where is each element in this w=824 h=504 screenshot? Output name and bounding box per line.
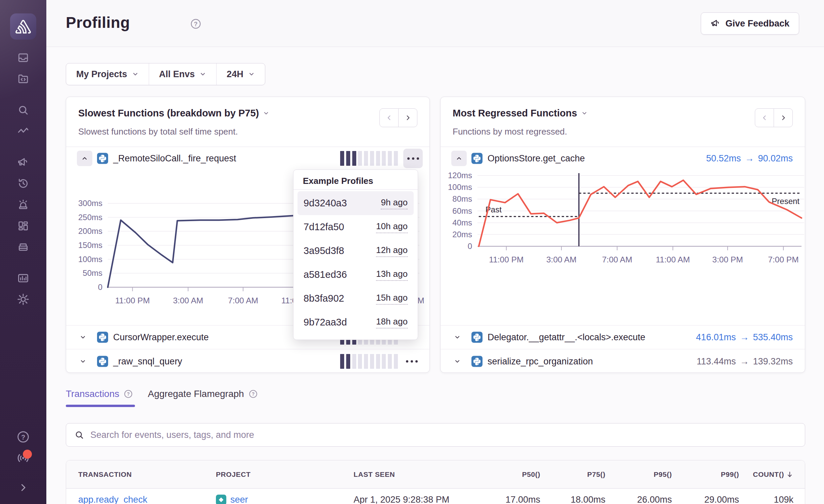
transactions-table: TRANSACTION PROJECT LAST SEEN P50() P75(… — [66, 460, 805, 504]
table-row[interactable]: app.ready_check seer Apr 1, 2025 9:28:38… — [66, 489, 805, 504]
function-name[interactable]: OptionsStore.get_cache — [488, 153, 585, 164]
col-p50[interactable]: P50() — [485, 470, 540, 478]
collapse-row-button[interactable] — [77, 151, 92, 166]
tab-transactions[interactable]: Transactions ? — [66, 389, 133, 399]
sidebar-item-feedback[interactable] — [0, 152, 46, 173]
sidebar-item-insights[interactable] — [0, 120, 46, 142]
sidebar-item-stats[interactable] — [0, 267, 46, 289]
profile-age[interactable]: 9h ago — [381, 197, 408, 209]
after-value[interactable]: 90.02ms — [758, 153, 793, 164]
col-p99[interactable]: P99() — [672, 470, 739, 478]
next-page-button[interactable] — [774, 108, 793, 127]
project-link[interactable]: seer — [230, 495, 248, 504]
tab-label: Aggregate Flamegraph — [148, 389, 244, 399]
after-value[interactable]: 535.40ms — [753, 332, 793, 343]
sidebar-item-alerts[interactable] — [0, 194, 46, 215]
svg-text:3:00 AM: 3:00 AM — [546, 255, 577, 264]
function-name[interactable]: _raw_snql_query — [113, 356, 182, 366]
profile-age[interactable]: 12h ago — [376, 245, 408, 257]
help-icon[interactable]: ? — [124, 389, 133, 399]
search-input[interactable] — [90, 430, 797, 440]
prev-page-button[interactable] — [755, 108, 774, 127]
project-filter-dropdown[interactable]: My Projects — [66, 63, 149, 85]
python-icon — [471, 332, 483, 343]
sidebar-collapse-button[interactable] — [0, 483, 46, 493]
row-options-button[interactable] — [406, 360, 418, 362]
page-help-icon[interactable]: ? — [190, 18, 201, 30]
collapse-row-button[interactable] — [451, 151, 467, 166]
sidebar-item-issues[interactable] — [0, 47, 46, 68]
project-cell[interactable]: seer — [216, 495, 354, 504]
sidebar: ? — [0, 0, 46, 504]
function-name[interactable]: _RemoteSiloCall._fire_request — [113, 153, 236, 164]
card-subtitle: Slowest functions by total self time spe… — [78, 127, 238, 137]
function-name[interactable]: serialize_rpc_organization — [488, 356, 593, 366]
profile-age[interactable]: 10h ago — [376, 221, 408, 233]
sidebar-item-explore[interactable] — [0, 99, 46, 120]
sidebar-item-projects[interactable] — [0, 68, 46, 89]
svg-text:?: ? — [251, 391, 255, 397]
sidebar-item-settings[interactable] — [0, 289, 46, 310]
gear-icon — [17, 293, 29, 305]
chevron-down-icon — [263, 110, 269, 116]
prev-page-button[interactable] — [379, 108, 399, 127]
sidebar-item-replays[interactable] — [0, 173, 46, 194]
profile-id: 7d12fa50 — [304, 221, 344, 233]
megaphone-icon — [17, 156, 29, 168]
expand-row-button[interactable] — [454, 358, 461, 365]
col-p95[interactable]: P95() — [605, 470, 672, 478]
profile-item[interactable]: 3a95d3f812h ago — [297, 239, 414, 263]
profile-id: 8b3fa902 — [304, 293, 344, 304]
search-bar — [66, 423, 805, 447]
most-regressed-card: Most Regressed Functions Functions by mo… — [440, 97, 805, 373]
python-icon — [97, 153, 108, 164]
expand-row-button[interactable] — [80, 334, 86, 341]
profile-item[interactable]: a581ed3613h ago — [297, 263, 414, 287]
expand-row-button[interactable] — [454, 334, 461, 341]
profile-age[interactable]: 13h ago — [376, 269, 408, 281]
tab-aggregate-flamegraph[interactable]: Aggregate Flamegraph ? — [148, 389, 258, 399]
row-options-button[interactable] — [403, 149, 423, 168]
profile-item[interactable]: 9d3240a39h ago — [297, 191, 414, 215]
profile-age[interactable]: 15h ago — [376, 293, 408, 305]
sidebar-item-help[interactable]: ? — [0, 430, 46, 444]
sidebar-item-releases[interactable] — [0, 236, 46, 257]
col-project[interactable]: PROJECT — [216, 470, 354, 478]
before-value[interactable]: 50.52ms — [706, 153, 741, 164]
expand-row-button[interactable] — [80, 358, 86, 365]
profile-item[interactable]: 9b72aa3d18h ago — [297, 310, 414, 334]
help-icon[interactable]: ? — [248, 389, 258, 399]
next-page-button[interactable] — [398, 108, 417, 127]
function-name[interactable]: Delegator.__getattr__.<locals>.execute — [488, 332, 645, 343]
profile-age[interactable]: 18h ago — [376, 316, 408, 329]
col-transaction[interactable]: TRANSACTION — [78, 470, 216, 478]
svg-text:300ms: 300ms — [78, 199, 102, 208]
hotness-gauge — [340, 151, 398, 166]
slowest-functions-title-dropdown[interactable]: Slowest Functions (breakdown by P75) — [78, 108, 269, 119]
replay-clock-icon — [17, 178, 29, 190]
svg-text:11:00 AM: 11:00 AM — [656, 255, 690, 264]
last-seen-value: Apr 1, 2025 9:28:38 PM — [354, 495, 485, 504]
profile-item[interactable]: 7d12fa5010h ago — [297, 215, 414, 239]
card-pagination — [379, 108, 417, 127]
date-range-dropdown[interactable]: 24H — [216, 63, 265, 85]
p75-value: 18.00ms — [540, 495, 605, 504]
environment-filter-dropdown[interactable]: All Envs — [149, 63, 217, 85]
col-count-sorted[interactable]: COUNT() — [739, 470, 793, 478]
function-row: _RemoteSiloCall._fire_request — [66, 147, 429, 170]
most-regressed-title-dropdown[interactable]: Most Regressed Functions — [453, 108, 588, 119]
help-icon: ? — [16, 430, 30, 444]
sidebar-item-dashboards[interactable] — [0, 215, 46, 236]
card-subtitle: Functions by most regressed. — [453, 127, 567, 137]
sentry-logo[interactable] — [10, 13, 36, 40]
give-feedback-button[interactable]: Give Feedback — [701, 12, 799, 35]
col-last-seen[interactable]: LAST SEEN — [354, 470, 485, 478]
profile-id: 9b72aa3d — [304, 317, 347, 328]
transaction-link[interactable]: app.ready_check — [78, 495, 147, 504]
main-content: Profiling ? Give Feedback My Projects Al… — [46, 0, 824, 504]
function-name[interactable]: CursorWrapper.execute — [113, 332, 209, 343]
profile-item[interactable]: 8b3fa90215h ago — [297, 287, 414, 310]
col-p75[interactable]: P75() — [540, 470, 605, 478]
before-value[interactable]: 416.01ms — [696, 332, 736, 343]
tab-label: Transactions — [66, 389, 119, 399]
